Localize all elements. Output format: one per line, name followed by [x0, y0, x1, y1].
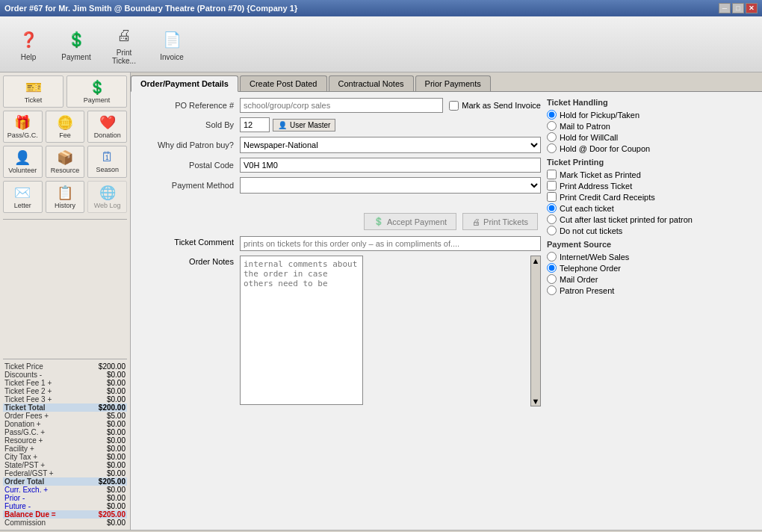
ticket-printing-check-2: Print Credit Card Receipts	[547, 192, 756, 202]
close-button[interactable]: ✕	[746, 3, 758, 13]
tab-prior-payments[interactable]: Prior Payments	[415, 75, 491, 91]
payment-source-option-1: Telephone Order	[547, 263, 756, 273]
mark-invoice-row: Mark as Send Invoice	[449, 101, 541, 111]
price-row-state-pst: State/PST + $0.00	[3, 461, 127, 469]
price-row-city-tax: City Tax + $0.00	[3, 453, 127, 461]
print-address-checkbox[interactable]	[547, 181, 557, 191]
window-title: Order #67 for Mr. Jim Smith @ Boundary T…	[4, 4, 297, 13]
ticket-handling-option-0: Hold for Pickup/Taken	[547, 110, 756, 120]
cut-after-last-radio[interactable]	[547, 214, 557, 224]
sidebar-item-season[interactable]: 🗓 Season	[87, 146, 127, 178]
form-content: PO Reference # Mark as Send Invoice Sold…	[131, 92, 762, 530]
window-controls: ─ □ ✕	[719, 3, 758, 13]
ticket-handling-radio-2[interactable]	[547, 132, 557, 142]
tab-contractual-notes[interactable]: Contractual Notes	[329, 75, 414, 91]
scroll-down[interactable]: ▼	[531, 397, 540, 406]
payment-side-icon: 💲	[89, 79, 105, 96]
ticket-icon: 🎫	[25, 79, 42, 96]
sidebar-item-letter[interactable]: ✉️ Letter	[3, 181, 43, 213]
ticket-handling-option-2: Hold for WillCall	[547, 132, 756, 142]
price-row-commission: Commission $0.00	[3, 519, 127, 527]
ticket-handling-radio-0[interactable]	[547, 110, 557, 120]
price-row-passgc: Pass/G.C. + $0.00	[3, 428, 127, 436]
weblog-icon: 🌐	[99, 185, 116, 201]
print-credit-card-checkbox[interactable]	[547, 192, 557, 202]
patron-present-radio[interactable]	[547, 285, 557, 295]
sidebar-item-donation[interactable]: ❤️ Donation	[87, 111, 127, 143]
sidebar-item-volunteer[interactable]: 👤 Volunteer	[3, 146, 43, 178]
scroll-up[interactable]: ▲	[531, 256, 540, 265]
why-patron-select[interactable]: Newspaper-National	[240, 137, 541, 153]
price-row-federal-gst: Federal/GST + $0.00	[3, 469, 127, 477]
donation-icon: ❤️	[99, 114, 116, 131]
help-icon: ❓	[16, 28, 40, 52]
title-bar: Order #67 for Mr. Jim Smith @ Boundary T…	[0, 0, 762, 16]
tab-bar: Order/Payment Details Create Post Dated …	[131, 72, 762, 92]
accept-payment-button[interactable]: 💲 Accept Payment	[364, 213, 456, 230]
season-icon: 🗓	[101, 149, 114, 165]
fee-icon: 🪙	[57, 114, 73, 131]
po-reference-input[interactable]	[240, 98, 443, 113]
ticket-comment-input[interactable]	[240, 236, 541, 251]
sidebar-item-passgc[interactable]: 🎁 Pass/G.C.	[3, 111, 43, 143]
postal-code-input[interactable]	[240, 158, 541, 173]
payment-icon: 💲	[64, 28, 88, 52]
ticket-handling-radio-3[interactable]	[547, 143, 557, 153]
help-button[interactable]: ❓ Help	[6, 24, 51, 65]
payment-method-select[interactable]	[240, 177, 541, 194]
do-not-cut-radio[interactable]	[547, 226, 557, 235]
passgc-icon: 🎁	[14, 114, 31, 131]
price-row-curr-exch: Curr. Exch. + $0.00	[3, 486, 127, 494]
sidebar-grid: 🎁 Pass/G.C. 🪙 Fee ❤️ Donation 👤 Voluntee…	[3, 111, 127, 213]
mark-printed-checkbox[interactable]	[547, 170, 557, 179]
accept-payment-icon: 💲	[374, 217, 384, 226]
ticket-comment-row: Ticket Comment	[137, 236, 541, 251]
right-panel: Ticket Handling Hold for Pickup/Taken Ma…	[547, 98, 756, 524]
ticket-handling-radio-1[interactable]	[547, 121, 557, 131]
user-master-button[interactable]: 👤 User Master	[273, 119, 335, 132]
postal-code-control	[240, 158, 541, 173]
ticket-printing-check-1: Print Address Ticket	[547, 181, 756, 191]
sidebar: 🎫 Ticket 💲 Payment 🎁 Pass/G.C. 🪙 Fee ❤️ …	[0, 72, 131, 530]
payment-source-option-2: Mail Order	[547, 274, 756, 284]
po-reference-control	[240, 98, 443, 113]
payment-source-option-0: Internet/Web Sales	[547, 252, 756, 262]
print-tickets-button[interactable]: 🖨 Print Ticke...	[102, 19, 146, 69]
sold-by-control: 👤 User Master	[240, 117, 335, 132]
ticket-cut-option-2: Do not cut tickets	[547, 226, 756, 235]
sidebar-item-resource[interactable]: 📦 Resource	[46, 146, 85, 178]
print-tickets-action-button[interactable]: 🖨 Print Tickets	[462, 213, 538, 230]
payment-source-option-3: Patron Present	[547, 285, 756, 295]
why-patron-row: Why did Patron buy? Newspaper-National	[137, 137, 541, 153]
price-row-donation: Donation + $0.00	[3, 420, 127, 428]
sidebar-item-weblog[interactable]: 🌐 Web Log	[87, 181, 127, 213]
why-patron-control: Newspaper-National	[240, 137, 541, 153]
tab-create-post-dated[interactable]: Create Post Dated	[240, 75, 327, 91]
restore-button[interactable]: □	[732, 3, 744, 13]
minimize-button[interactable]: ─	[719, 3, 731, 13]
payment-source-title: Payment Source	[547, 240, 756, 249]
ticket-handling-option-1: Mail to Patron	[547, 121, 756, 131]
postal-code-row: Postal Code	[137, 158, 541, 173]
sidebar-item-ticket[interactable]: 🎫 Ticket	[3, 75, 64, 108]
order-notes-textarea[interactable]	[240, 256, 363, 405]
price-summary: Ticket Price $200.00 Discounts - $0.00 T…	[3, 359, 127, 527]
sold-by-row: Sold By 👤 User Master	[137, 117, 541, 132]
internet-web-radio[interactable]	[547, 252, 557, 262]
price-row-order-fees: Order Fees + $5.00	[3, 412, 127, 420]
sold-by-input[interactable]	[240, 117, 270, 132]
scrollbar[interactable]: ▲ ▼	[530, 256, 541, 406]
invoice-button[interactable]: 📄 Invoice	[149, 24, 194, 65]
tab-order-payment-details[interactable]: Order/Payment Details	[131, 75, 238, 92]
mail-order-radio[interactable]	[547, 274, 557, 284]
sidebar-item-payment[interactable]: 💲 Payment	[66, 75, 127, 108]
mark-send-invoice-checkbox[interactable]	[449, 101, 459, 111]
price-row-discounts: Discounts - $0.00	[3, 371, 127, 379]
telephone-order-radio[interactable]	[547, 263, 557, 273]
sidebar-item-history[interactable]: 📋 History	[46, 181, 85, 213]
payment-button[interactable]: 💲 Payment	[54, 24, 99, 65]
ticket-cut-option-0: Cut each ticket	[547, 203, 756, 213]
cut-each-radio[interactable]	[547, 203, 557, 213]
user-icon: 👤	[278, 121, 287, 129]
sidebar-item-fee[interactable]: 🪙 Fee	[46, 111, 85, 143]
